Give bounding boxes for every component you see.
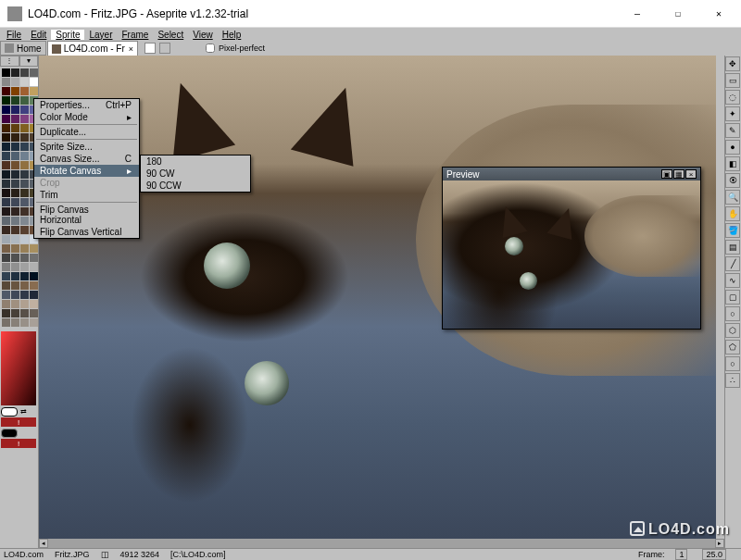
palette-swatch[interactable] — [11, 207, 19, 216]
ellipse-tool[interactable]: ○ — [725, 306, 740, 321]
menu-select[interactable]: Select — [153, 30, 188, 40]
palette-swatch[interactable] — [20, 198, 29, 206]
menu-sprite-size[interactable]: Sprite Size... — [34, 141, 139, 153]
palette-swatch[interactable] — [2, 133, 10, 142]
palette-swatch[interactable] — [2, 189, 10, 197]
palette-swatch[interactable] — [20, 68, 29, 77]
palette-swatch[interactable] — [20, 170, 29, 179]
pixel-perfect-checkbox[interactable] — [206, 44, 215, 53]
palette-swatch[interactable] — [11, 272, 19, 280]
canvas-area[interactable]: Preview ▣ ▦ × ◂ ▸ — [39, 56, 724, 548]
palette-swatch[interactable] — [11, 180, 19, 188]
palette-swatch[interactable] — [2, 170, 10, 179]
palette-swatch[interactable] — [20, 244, 29, 253]
palette-swatch[interactable] — [20, 115, 29, 123]
preview-titlebar[interactable]: Preview ▣ ▦ × — [443, 168, 700, 180]
vertical-scrollbar[interactable] — [716, 56, 724, 539]
palette-swatch[interactable] — [20, 254, 29, 262]
palette-swatch[interactable] — [2, 96, 10, 105]
palette-swatch[interactable] — [20, 87, 29, 95]
palette-swatch[interactable] — [2, 87, 10, 95]
palette-swatch[interactable] — [11, 68, 19, 77]
tab-home[interactable]: Home — [0, 41, 46, 56]
palette-swatch[interactable] — [11, 244, 19, 253]
brush-preview-icon[interactable] — [144, 43, 156, 54]
palette-swatch[interactable] — [11, 170, 19, 179]
menu-canvas-size[interactable]: Canvas Size... C — [34, 153, 139, 165]
palette-swatch[interactable] — [20, 96, 29, 105]
palette-swatch[interactable] — [30, 300, 38, 308]
menu-view[interactable]: View — [188, 30, 218, 40]
swap-colors-icon[interactable]: ⇄ — [19, 407, 28, 417]
palette-swatch[interactable] — [20, 78, 29, 86]
scroll-right-button[interactable]: ▸ — [715, 539, 724, 548]
palette-swatch[interactable] — [20, 189, 29, 197]
palette-swatch[interactable] — [2, 300, 10, 308]
horizontal-scrollbar[interactable]: ◂ ▸ — [39, 539, 724, 548]
palette-swatch[interactable] — [30, 244, 38, 253]
palette-swatch[interactable] — [20, 106, 29, 114]
color-gradient[interactable] — [1, 331, 36, 405]
menu-rotate-90ccw[interactable]: 90 CCW — [141, 180, 250, 192]
palette-swatch[interactable] — [20, 217, 29, 225]
palette-swatch[interactable] — [2, 78, 10, 86]
menu-sprite[interactable]: Sprite — [51, 30, 84, 40]
palette-swatch[interactable] — [11, 87, 19, 95]
palette-swatch[interactable] — [20, 161, 29, 169]
wand-tool[interactable]: ✦ — [725, 106, 740, 121]
palette-swatch[interactable] — [11, 133, 19, 142]
palette-swatch[interactable] — [20, 263, 29, 271]
curve-tool[interactable]: ∿ — [725, 273, 740, 288]
palette-swatch[interactable] — [11, 143, 19, 151]
preview-window[interactable]: Preview ▣ ▦ × — [442, 167, 701, 330]
palette-swatch[interactable] — [11, 115, 19, 123]
palette-swatch[interactable] — [30, 78, 38, 86]
foreground-color-swatch[interactable] — [1, 407, 18, 417]
palette-swatch[interactable] — [11, 235, 19, 243]
palette-swatch[interactable] — [2, 217, 10, 225]
polygon-tool[interactable]: ⬠ — [725, 340, 740, 355]
palette-swatch[interactable] — [2, 207, 10, 216]
palette-options-button[interactable]: ⋮ — [0, 56, 19, 67]
palette-swatch[interactable] — [2, 244, 10, 253]
rect-select-tool[interactable]: ▭ — [725, 73, 740, 88]
brush-tool[interactable]: ● — [725, 140, 740, 155]
menu-trim[interactable]: Trim — [34, 189, 139, 201]
palette-swatch[interactable] — [11, 198, 19, 206]
palette-swatch[interactable] — [2, 180, 10, 188]
menu-rotate-90cw[interactable]: 90 CW — [141, 168, 250, 180]
palette-swatch[interactable] — [30, 68, 38, 77]
palette-swatch[interactable] — [2, 161, 10, 169]
palette-swatch[interactable] — [2, 68, 10, 77]
palette-swatch[interactable] — [11, 254, 19, 262]
palette-swatch[interactable] — [2, 291, 10, 299]
palette-swatch[interactable] — [2, 226, 10, 234]
tab-file[interactable]: LO4D.com - Fr × — [47, 41, 138, 56]
palette-swatch[interactable] — [2, 254, 10, 262]
color-warning-bar-2[interactable]: ! — [1, 439, 36, 448]
palette-swatch[interactable] — [20, 152, 29, 160]
color-warning-bar[interactable]: ! — [1, 417, 36, 427]
palette-swatch[interactable] — [2, 318, 10, 327]
palette-swatch[interactable] — [2, 198, 10, 206]
palette-swatch[interactable] — [11, 281, 19, 290]
menu-edit[interactable]: Edit — [26, 30, 51, 40]
zoom-tool[interactable]: 🔍 — [725, 190, 740, 205]
palette-swatch[interactable] — [20, 207, 29, 216]
pencil-tool[interactable]: ✎ — [725, 123, 740, 138]
palette-swatch[interactable] — [20, 281, 29, 290]
status-zoom[interactable]: 25.0 — [702, 549, 726, 560]
menu-frame[interactable]: Frame — [118, 30, 154, 40]
move-tool[interactable]: ✥ — [725, 56, 740, 71]
palette-swatch[interactable] — [2, 272, 10, 280]
eyedropper-tool[interactable]: ⦿ — [725, 173, 740, 188]
palette-swatch[interactable] — [30, 318, 38, 327]
palette-swatch[interactable] — [2, 143, 10, 151]
palette-swatch[interactable] — [11, 217, 19, 225]
palette-swatch[interactable] — [30, 309, 38, 317]
palette-swatch[interactable] — [2, 263, 10, 271]
close-button[interactable]: ✕ — [698, 0, 739, 27]
minimize-button[interactable]: — — [617, 0, 658, 27]
contour-tool[interactable]: ⬡ — [725, 323, 740, 338]
palette-swatch[interactable] — [20, 291, 29, 299]
